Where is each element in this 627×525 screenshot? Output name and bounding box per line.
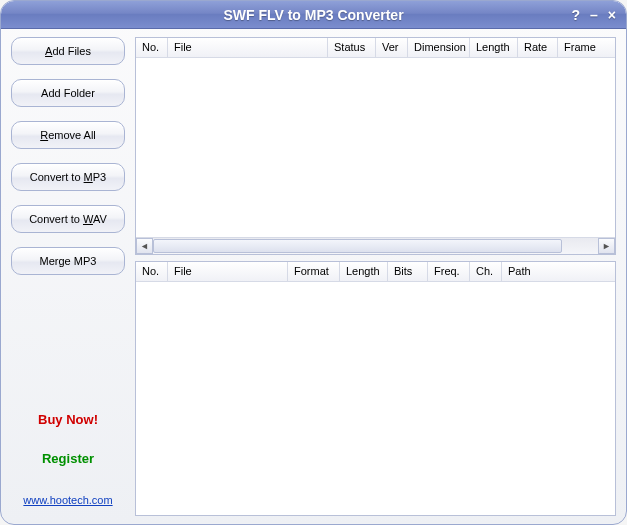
merge-mp3-button[interactable]: Merge MP3: [11, 247, 125, 275]
col-format[interactable]: Format: [288, 262, 340, 281]
col-no[interactable]: No.: [136, 262, 168, 281]
help-icon[interactable]: ?: [571, 8, 580, 22]
sidebar: Add Files Add Folder Remove All Convert …: [1, 29, 131, 524]
output-file-list[interactable]: No. File Format Length Bits Freq. Ch. Pa…: [135, 261, 616, 516]
window-title: SWF FLV to MP3 Converter: [223, 7, 403, 23]
source-hscrollbar[interactable]: ◄ ►: [136, 237, 615, 254]
app-window: SWF FLV to MP3 Converter ? – × Add Files…: [0, 0, 627, 525]
minimize-icon[interactable]: –: [590, 8, 598, 22]
titlebar[interactable]: SWF FLV to MP3 Converter ? – ×: [1, 1, 626, 29]
content-area: Add Files Add Folder Remove All Convert …: [1, 29, 626, 524]
main-area: No. File Status Ver Dimension Length Rat…: [131, 29, 626, 524]
add-files-button[interactable]: Add Files: [11, 37, 125, 65]
col-file[interactable]: File: [168, 38, 328, 57]
col-bits[interactable]: Bits: [388, 262, 428, 281]
convert-mp3-button[interactable]: Convert to MP3: [11, 163, 125, 191]
output-list-header: No. File Format Length Bits Freq. Ch. Pa…: [136, 262, 615, 282]
add-folder-button[interactable]: Add Folder: [11, 79, 125, 107]
source-file-list[interactable]: No. File Status Ver Dimension Length Rat…: [135, 37, 616, 255]
col-ch[interactable]: Ch.: [470, 262, 502, 281]
website-link[interactable]: www.hootech.com: [11, 494, 125, 506]
col-no[interactable]: No.: [136, 38, 168, 57]
remove-all-button[interactable]: Remove All: [11, 121, 125, 149]
col-dimension[interactable]: Dimension: [408, 38, 470, 57]
buy-now-link[interactable]: Buy Now!: [11, 412, 125, 427]
col-rate[interactable]: Rate: [518, 38, 558, 57]
scroll-thumb[interactable]: [153, 239, 562, 253]
scroll-track[interactable]: [153, 238, 598, 254]
scroll-right-icon[interactable]: ►: [598, 238, 615, 254]
col-freq[interactable]: Freq.: [428, 262, 470, 281]
col-length[interactable]: Length: [340, 262, 388, 281]
close-icon[interactable]: ×: [608, 8, 616, 22]
col-length[interactable]: Length: [470, 38, 518, 57]
col-path[interactable]: Path: [502, 262, 615, 281]
col-status[interactable]: Status: [328, 38, 376, 57]
col-file[interactable]: File: [168, 262, 288, 281]
scroll-left-icon[interactable]: ◄: [136, 238, 153, 254]
col-ver[interactable]: Ver: [376, 38, 408, 57]
window-controls: ? – ×: [571, 1, 616, 29]
source-list-header: No. File Status Ver Dimension Length Rat…: [136, 38, 615, 58]
convert-wav-button[interactable]: Convert to WAV: [11, 205, 125, 233]
col-frame[interactable]: Frame: [558, 38, 608, 57]
register-link[interactable]: Register: [11, 451, 125, 466]
